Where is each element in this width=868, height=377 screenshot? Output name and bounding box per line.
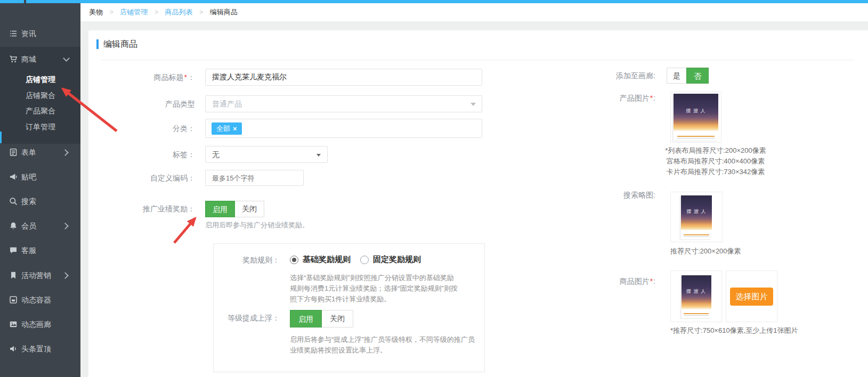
product-title-input[interactable] [205,69,482,86]
sidebar: 资讯 商城 店铺管理 店铺聚合 产品聚合 订单管理 表单 贴吧 [0,3,80,377]
required-asterisk: * [650,277,653,285]
search-thumbnail[interactable]: 摆 渡 人 [670,192,723,242]
product-type-select[interactable]: 普通产品 [205,95,482,112]
category-field[interactable]: 全部× [205,119,482,138]
sidebar-item-members[interactable]: 会员 [0,219,80,232]
sidebar-item-label: 客服 [21,246,36,256]
sidebar-subitem-label: 店铺聚合 [26,91,55,101]
megaphone-icon [9,173,18,181]
chevron-right-icon [62,272,69,279]
sidebar-item-label: 会员 [21,222,36,231]
breadcrumb-separator: > [199,9,203,16]
field-label-goods-image: 商品图片*: [565,277,655,286]
goods-image-thumbnail[interactable]: 摆 渡 人 [670,271,722,322]
container-icon [9,296,18,304]
sidebar-item-customer-service[interactable]: 客服 [0,244,80,257]
chevron-right-icon [62,223,69,230]
main-panel: 编辑商品 商品标题*： 产品类型 普通产品 分类： 全部× 标签： 无 自定义编… [88,30,868,377]
sidebar-active-strip [0,132,2,143]
bell-icon [9,222,18,230]
chevron-down-icon [317,154,321,157]
chevron-down-icon [63,55,70,62]
field-label-custom-code: 自定义编码： [99,170,195,186]
sidebar-subitem-label: 订单管理 [26,122,55,132]
promo-reward-enable-button[interactable]: 启用 [205,201,235,217]
tag-value: 无 [206,146,327,162]
chat-icon [9,246,18,255]
sidebar-item-label: 贴吧 [21,173,36,182]
list-icon [9,29,18,38]
title-accent-bar [96,39,99,49]
breadcrumb-root: 美物 [89,8,103,16]
level-bonus-disable-button[interactable]: 关闭 [322,310,353,327]
tag-remove-icon[interactable]: × [233,125,237,133]
sidebar-item-tieba[interactable]: 贴吧 [0,170,80,183]
radio-unselected-icon[interactable] [360,256,369,264]
book-cover-image: 摆 渡 人 [674,94,718,141]
level-bonus-toggle: 启用 关闭 [290,310,353,327]
custom-code-input[interactable] [205,170,304,186]
breadcrumb-bar: 美物 > 店铺管理 > 商品列表 > 编辑商品 [80,3,868,21]
field-label-search-thumb: 搜索略图: [565,191,655,200]
field-label-level-bonus: 等级提成上浮： [214,314,280,323]
field-label-product-type: 产品类型 [99,95,195,112]
sidebar-item-activity-marketing[interactable]: 活动营销 [0,269,80,282]
breadcrumb-current: 编辑商品 [210,8,238,16]
promo-reward-help-text: 启用后即参与推广分销业绩奖励。 [205,220,309,230]
search-thumb-size-hint: 推荐尺寸:200×200像素 [670,247,741,256]
gallery-toggle: 是 否 [667,68,709,84]
sidebar-item-shop-manage[interactable]: 店铺管理 [0,73,80,86]
reward-rule-radio-group: 基础奖励规则 固定奖励规则 [290,255,421,265]
level-bonus-description: 启用后将参与“提成上浮”推广员等级特权，不同等级的推广员业绩奖励将按照设置比率上… [290,334,475,356]
sidebar-item-forms[interactable]: 表单 [0,146,80,159]
gallery-yes-button[interactable]: 是 [667,68,686,84]
sidebar-item-dynamic-container[interactable]: 动态容器 [0,293,80,306]
gallery-no-button[interactable]: 否 [686,68,709,84]
breadcrumb-link-product-list[interactable]: 商品列表 [165,8,193,16]
speaker-icon [9,345,18,353]
field-label-promo-reward: 推广业绩奖励： [99,201,195,217]
sidebar-subitem-label: 产品聚合 [26,106,55,116]
sidebar-item-label: 资讯 [21,29,36,39]
reward-rules-panel: 奖励规则： 基础奖励规则 固定奖励规则 选择“基础奖励规则”则按照推广分销设置中… [213,243,485,372]
sidebar-item-news[interactable]: 资讯 [0,27,80,40]
category-tag[interactable]: 全部× [212,122,242,135]
breadcrumb-separator: > [155,9,158,16]
field-label-category: 分类： [99,119,195,138]
field-label-reward-rule: 奖励规则： [214,256,280,265]
sidebar-item-label: 活动营销 [21,271,51,281]
cart-icon [9,55,18,63]
sidebar-item-order-manage[interactable]: 订单管理 [0,120,80,133]
sidebar-item-search[interactable]: 搜索 [0,195,80,208]
tag-select[interactable]: 无 [205,146,328,163]
goods-image-upload-slot[interactable]: 选择图片 [726,271,777,322]
sidebar-subitem-label: 店铺管理 [26,75,55,85]
app-canvas: 资讯 商城 店铺管理 店铺聚合 产品聚合 订单管理 表单 贴吧 [0,0,868,377]
breadcrumb-separator: > [110,9,113,16]
product-image-thumbnail[interactable]: 摆 渡 人 [670,92,721,143]
product-image-size-hints: *列表布局推荐尺寸:200×200像素 宫格布局推荐尺寸:400×400像素 卡… [628,145,804,177]
gallery-icon [9,320,18,329]
promo-reward-disable-button[interactable]: 关闭 [235,201,264,217]
chevron-down-icon [470,103,476,106]
sidebar-item-label: 表单 [21,148,36,158]
sidebar-item-mall[interactable]: 商城 [0,53,80,65]
sidebar-item-product-aggregate[interactable]: 产品聚合 [0,104,80,117]
field-label-add-gallery: 添加至画廊: [565,68,655,84]
sidebar-item-label: 头条置顶 [21,345,51,354]
level-bonus-enable-button[interactable]: 启用 [290,310,322,327]
radio-selected-icon[interactable] [290,256,298,264]
select-image-button[interactable]: 选择图片 [730,288,773,306]
field-label-tag: 标签： [99,146,195,163]
sidebar-item-dynamic-gallery[interactable]: 动态画廊 [0,318,80,331]
breadcrumb-link-shop-manage[interactable]: 店铺管理 [120,8,148,16]
sidebar-item-label: 动态画廊 [21,320,51,330]
goods-image-size-hint: *推荐尺寸:750×610像素,至少上传1张图片 [670,326,798,335]
search-icon [9,197,18,206]
sidebar-item-headline-top[interactable]: 头条置顶 [0,342,80,355]
promo-reward-toggle: 启用 关闭 [205,201,264,217]
sidebar-item-shop-aggregate[interactable]: 店铺聚合 [0,89,80,102]
reward-rule-basic-label[interactable]: 基础奖励规则 [303,255,351,265]
reward-rule-fixed-label[interactable]: 固定奖励规则 [373,255,421,265]
field-label-title: 商品标题*： [99,69,195,86]
